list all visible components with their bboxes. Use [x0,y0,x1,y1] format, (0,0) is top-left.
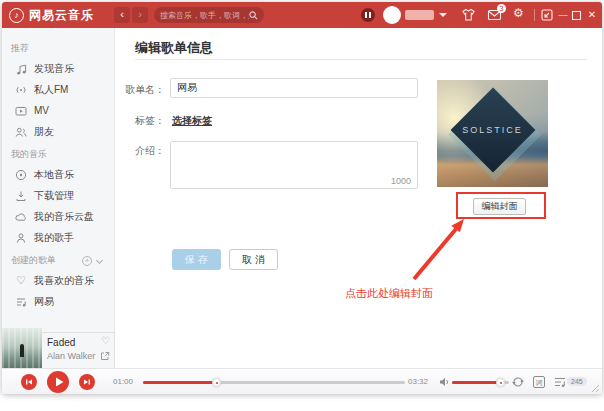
title-bar: ♪ 网易云音乐 ‹ › 搜索音乐，歌手，歌词，用户 3 ⚙ [2,2,602,28]
sidebar-item-cloud-disk[interactable]: 我的音乐云盘 [2,206,114,227]
sidebar-item-mv[interactable]: MV [2,100,114,121]
sidebar-item-playlist-wangyi[interactable]: 网易 [2,291,114,312]
playlist-name-input[interactable]: 网易 [170,78,418,98]
friends-icon [15,126,27,138]
now-playing-panel: Faded Alan Walker ♡ [42,332,115,368]
sidebar-header-created-playlists: 创建的歌单 + [2,248,114,270]
forward-button[interactable]: › [132,7,148,23]
volume-thumb[interactable] [496,378,505,387]
previous-button[interactable] [21,374,37,390]
track-artist[interactable]: Alan Walker [47,351,95,361]
add-playlist-icon[interactable]: + [82,256,92,266]
theme-shirt-icon[interactable] [461,8,476,22]
progress-thumb[interactable] [212,378,221,387]
loop-mode-icon[interactable] [511,375,525,389]
collapse-chevron-icon[interactable] [96,257,103,264]
play-queue-icon[interactable] [554,376,566,388]
track-title: Faded [47,337,75,348]
maximize-icon[interactable] [570,10,584,24]
search-input[interactable]: 搜索音乐，歌手，歌词，用户 [154,7,264,23]
gear-icon[interactable]: ⚙ [513,6,524,20]
time-total: 03:32 [408,377,428,386]
sidebar-header-my-music: 我的音乐 [2,142,114,164]
user-menu-caret-icon[interactable] [439,13,447,17]
sidebar-item-friends[interactable]: 朋友 [2,121,114,142]
mv-play-icon [15,105,27,117]
description-textarea[interactable]: 1000 [170,141,418,189]
progress-bar[interactable] [143,381,405,384]
sidebar-header-recommend: 推荐 [2,36,114,58]
description-label: 介绍： [105,144,165,158]
app-logo[interactable]: ♪ 网易云音乐 [9,2,94,28]
fm-radio-icon [15,84,27,96]
titlebar-divider [534,9,535,21]
search-icon [249,11,258,20]
heart-icon: ♡ [15,274,27,287]
tags-label: 标签： [105,114,165,128]
music-note-icon [15,63,27,75]
player-bar: 01:00 03:32 词 245 [2,368,602,394]
sidebar-item-discover[interactable]: 发现音乐 [2,58,114,79]
play-button[interactable] [47,371,69,393]
annotation-arrow [402,215,472,285]
volume-icon[interactable] [439,377,450,387]
play-queue-count: 245 [567,377,587,386]
cancel-button[interactable]: 取 消 [229,249,278,270]
now-playing-artwork[interactable] [2,328,42,368]
sidebar-item-my-singers[interactable]: 我的歌手 [2,227,114,248]
save-button[interactable]: 保 存 [172,249,221,270]
playlist-cover-image[interactable]: SOLSTICE [437,80,548,187]
disc-icon [15,169,27,181]
play-icon [55,377,64,387]
username-redacted [405,10,434,20]
user-avatar[interactable] [383,6,401,24]
back-button[interactable]: ‹ [114,7,130,23]
like-heart-icon[interactable]: ♡ [101,335,110,346]
cover-title-text: SOLSTICE [437,80,548,180]
minimize-icon[interactable]: — [556,8,570,22]
annotation-text: 点击此处编辑封面 [345,286,433,301]
volume-bar[interactable] [452,381,509,384]
mail-badge: 3 [497,4,506,13]
app-title: 网易云音乐 [29,7,94,24]
select-tags-link[interactable]: 选择标签 [172,114,212,128]
cloud-icon [15,211,27,223]
progress-fill [143,381,216,384]
char-counter: 1000 [391,176,411,186]
next-icon [83,378,91,386]
mini-mode-icon[interactable] [541,9,553,21]
logo-icon: ♪ [9,8,24,23]
sidebar-item-liked-music[interactable]: ♡ 我喜欢的音乐 [2,270,114,291]
lyrics-icon[interactable]: 词 [533,376,545,388]
title-divider [135,59,587,60]
volume-fill [452,381,500,384]
edit-cover-button[interactable]: 编辑封面 [473,198,526,215]
time-current: 01:00 [113,377,133,386]
playlist-name-label: 歌单名： [105,83,165,97]
search-placeholder: 搜索音乐，歌手，歌词，用户 [160,10,249,21]
page-title: 编辑歌单信息 [135,39,213,57]
resize-grip[interactable] [592,385,599,392]
download-icon [15,190,27,202]
person-icon [15,232,27,244]
playing-indicator-icon[interactable] [361,8,375,22]
share-icon[interactable] [100,351,110,361]
app-window: ♪ 网易云音乐 ‹ › 搜索音乐，歌手，歌词，用户 3 ⚙ [2,2,602,394]
next-button[interactable] [79,374,95,390]
sidebar-item-download-manager[interactable]: 下载管理 [2,185,114,206]
sidebar-item-local-music[interactable]: 本地音乐 [2,164,114,185]
sidebar-item-personal-fm[interactable]: 私人FM [2,79,114,100]
playlist-icon [15,296,27,308]
close-icon[interactable]: ✕ [585,8,599,22]
previous-icon [25,378,33,386]
sidebar: 推荐 发现音乐 私人FM MV 朋友 我的音乐 本地音乐 下载管理 我的音乐云 [2,28,115,368]
